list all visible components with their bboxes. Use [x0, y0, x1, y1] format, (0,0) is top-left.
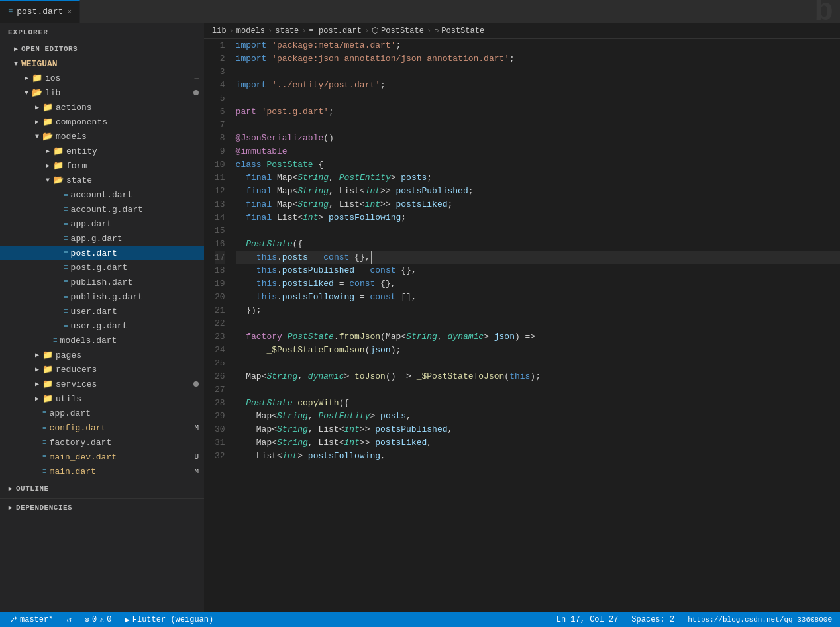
- sidebar-item-config-dart[interactable]: ▶ ≡ config.dart M: [0, 420, 204, 435]
- sidebar-item-main-dev-dart[interactable]: ▶ ≡ main_dev.dart U: [0, 450, 204, 464]
- folder-icon: 📂: [32, 87, 42, 98]
- folder-label: lib: [45, 88, 193, 98]
- sidebar-item-actions[interactable]: ▶ 📁 actions: [0, 100, 204, 115]
- collapse-button: —: [194, 74, 199, 82]
- flutter-button[interactable]: ▶ Flutter (weiguan): [123, 615, 217, 625]
- code-line-24: _$PostStateFromJson(json);: [236, 344, 840, 357]
- chevron-right-icon: ▶: [42, 162, 53, 169]
- spaces-button[interactable]: Spaces: 2: [629, 615, 677, 624]
- sidebar-item-services[interactable]: ▶ 📁 services: [0, 377, 204, 391]
- sidebar-item-models[interactable]: ▼ 📂 models: [0, 129, 204, 144]
- sidebar-item-models-dart[interactable]: ▶ ≡ models.dart: [0, 333, 204, 348]
- dependencies-header[interactable]: ▶ DEPENDENCIES: [0, 503, 204, 513]
- sidebar-item-utils[interactable]: ▶ 📁 utils: [0, 391, 204, 406]
- sidebar-item-publish-dart[interactable]: ▶ ≡ publish.dart: [0, 275, 204, 289]
- code-line-23: factory PostState.fromJson(Map<String, d…: [236, 330, 840, 344]
- code-line-16: PostState({: [236, 238, 840, 251]
- code-line-1: import 'package:meta/meta.dart';: [236, 39, 840, 52]
- sidebar-item-reducers[interactable]: ▶ 📁 reducers: [0, 362, 204, 377]
- code-line-11: final Map<String, PostEntity> posts;: [236, 171, 840, 185]
- sidebar-item-app-dart[interactable]: ▶ ≡ app.dart: [0, 217, 204, 231]
- sidebar-item-app-g-dart[interactable]: ▶ ≡ app.g.dart: [0, 231, 204, 246]
- folder-label: actions: [56, 103, 204, 113]
- explorer-header: EXPLORER: [0, 23, 204, 42]
- sidebar-item-form[interactable]: ▶ 📁 form: [0, 158, 204, 173]
- sidebar-item-state[interactable]: ▼ 📂 state: [0, 173, 204, 187]
- url-label: https://blog.csdn.net/qq_33608000: [688, 616, 832, 624]
- code-line-27: [236, 383, 840, 397]
- modified-dot: [193, 381, 199, 387]
- code-line-22: [236, 317, 840, 330]
- project-root[interactable]: ▼ WEIGUAN: [0, 56, 204, 71]
- breadcrumb-sep4: ›: [364, 26, 369, 36]
- code-line-5: [236, 92, 840, 105]
- git-branch[interactable]: ⎇ master*: [5, 615, 56, 625]
- dart-file-icon: ≡: [42, 467, 47, 475]
- sidebar-item-post-dart[interactable]: ▶ ≡ post.dart: [0, 246, 204, 260]
- dart-file-icon: ≡: [64, 249, 68, 257]
- tab-label: post.dart: [17, 7, 63, 17]
- close-icon[interactable]: ×: [67, 8, 72, 16]
- watermark: b: [814, 0, 840, 23]
- sync-button[interactable]: ↺: [64, 615, 74, 625]
- file-label: publish.dart: [71, 277, 204, 287]
- file-label: user.dart: [71, 307, 204, 316]
- errors-button[interactable]: ⊗ 0 ⚠ 0: [82, 615, 115, 625]
- sidebar-item-app-dart-lib[interactable]: ▶ ≡ app.dart: [0, 406, 204, 420]
- chevron-down-icon: ▼: [32, 133, 42, 140]
- folder-label: pages: [56, 350, 204, 360]
- dart-file-icon: ≡: [8, 7, 13, 17]
- errors-count: 0: [92, 615, 97, 624]
- status-bar: ⎇ master* ↺ ⊗ 0 ⚠ 0 ▶ Flutter (weiguan) …: [0, 612, 840, 627]
- sidebar-item-user-g-dart[interactable]: ▶ ≡ user.g.dart: [0, 318, 204, 333]
- spaces-label: Spaces: 2: [631, 615, 674, 624]
- editor-tab[interactable]: ≡ post.dart ×: [0, 0, 80, 23]
- outline-header[interactable]: ▶ OUTLINE: [0, 483, 204, 494]
- folder-icon: 📁: [42, 350, 53, 360]
- code-line-17: this.posts = const {},: [236, 251, 840, 264]
- folder-label: ios: [45, 73, 194, 83]
- sidebar-item-entity[interactable]: ▶ 📁 entity: [0, 144, 204, 158]
- sidebar-item-account-g-dart[interactable]: ▶ ≡ account.g.dart: [0, 202, 204, 217]
- breadcrumb-poststate: PostState: [381, 26, 424, 36]
- file-label: app.g.dart: [71, 234, 204, 244]
- file-label: main.dart: [50, 467, 195, 477]
- sidebar-item-components[interactable]: ▶ 📁 components: [0, 115, 204, 129]
- sidebar-item-publish-g-dart[interactable]: ▶ ≡ publish.g.dart: [0, 289, 204, 304]
- dependencies-label: DEPENDENCIES: [16, 504, 72, 512]
- cursor-pos-label: Ln 17, Col 27: [556, 615, 619, 624]
- sidebar-item-user-dart[interactable]: ▶ ≡ user.dart: [0, 304, 204, 318]
- dart-file-icon: ≡: [64, 220, 68, 228]
- code-line-7: [236, 119, 840, 132]
- sidebar-item-ios[interactable]: ▶ 📁 ios —: [0, 71, 204, 85]
- dart-file-icon: ≡: [42, 424, 47, 432]
- chevron-right-icon: ▶: [11, 45, 21, 53]
- sidebar-item-account-dart[interactable]: ▶ ≡ account.dart: [0, 187, 204, 202]
- open-editors-label: OPEN EDITORS: [21, 45, 204, 53]
- chevron-right-icon: ▶: [32, 395, 42, 403]
- code-line-14: final List<int> postsFollowing;: [236, 211, 840, 224]
- folder-label: reducers: [56, 365, 204, 375]
- file-label: account.g.dart: [71, 205, 204, 215]
- code-line-28: PostState copyWith({: [236, 397, 840, 410]
- sidebar-item-factory-dart[interactable]: ▶ ≡ factory.dart: [0, 435, 204, 450]
- sidebar-item-pages[interactable]: ▶ 📁 pages: [0, 348, 204, 362]
- sidebar-item-post-g-dart[interactable]: ▶ ≡ post.g.dart: [0, 260, 204, 275]
- cursor-position[interactable]: Ln 17, Col 27: [554, 615, 621, 624]
- sidebar-item-lib[interactable]: ▼ 📂 lib: [0, 85, 204, 100]
- file-label: app.dart: [71, 219, 204, 229]
- sidebar-item-main-dart[interactable]: ▶ ≡ main.dart M: [0, 464, 204, 479]
- dart-file-icon: ≡: [64, 191, 68, 199]
- folder-icon: 📁: [42, 379, 53, 389]
- dart-file-icon: ≡: [64, 322, 68, 330]
- code-line-31: Map<String, List<int>> postsLiked,: [236, 436, 840, 450]
- folder-icon: 📂: [53, 175, 64, 185]
- dart-file-icon: ≡: [64, 264, 68, 271]
- dart-file-icon: ≡: [42, 453, 47, 461]
- editor-content[interactable]: 12345 678910 1112131415 1617 1819202122 …: [204, 39, 840, 612]
- open-editors-section[interactable]: ▶ OPEN EDITORS: [0, 42, 204, 56]
- dart-file-icon: ≡: [64, 205, 68, 213]
- folder-label: services: [56, 379, 193, 389]
- code-content[interactable]: import 'package:meta/meta.dart'; import …: [231, 39, 840, 612]
- dependencies-section: ▶ DEPENDENCIES: [0, 498, 204, 517]
